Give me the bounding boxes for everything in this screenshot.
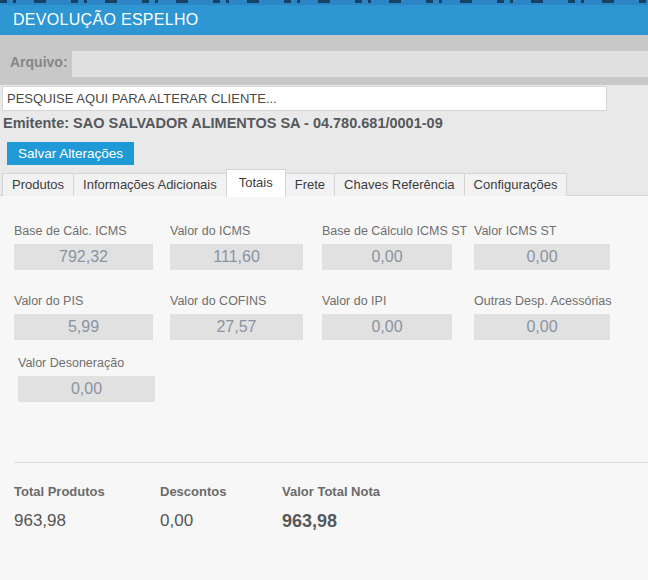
client-search-input[interactable] (2, 86, 607, 111)
file-bar: Arquivo: (0, 35, 648, 85)
emitente-text: Emitente: SAO SALVADOR ALIMENTOS SA - 04… (3, 115, 443, 131)
summary-value[interactable]: 963,98 (282, 507, 389, 535)
tab-informacoes-adicionais[interactable]: Informações Adicionais (73, 173, 227, 196)
field-label: Valor do PIS (14, 294, 153, 308)
summary-valor-total-nota: Valor Total Nota 963,98 (282, 484, 389, 535)
field-label: Base de Cálc. ICMS (14, 224, 153, 238)
tab-produtos[interactable]: Produtos (2, 173, 74, 196)
save-changes-button[interactable]: Salvar Alterações (7, 142, 134, 165)
field-value[interactable]: 0,00 (322, 314, 452, 340)
field-valor-ipi: Valor do IPI 0,00 (322, 294, 452, 340)
field-valor-icms-st: Valor ICMS ST 0,00 (474, 224, 610, 270)
tab-configuracoes[interactable]: Configurações (464, 173, 568, 196)
field-outras-desp-acessorias: Outras Desp. Acessórias 0,00 (474, 294, 610, 340)
tab-frete[interactable]: Frete (285, 173, 335, 196)
field-label: Valor Desoneração (18, 356, 155, 370)
tab-strip: Produtos Informações Adicionais Totais F… (0, 168, 648, 196)
summary-value[interactable]: 0,00 (160, 507, 267, 535)
summary-label: Total Produtos (14, 484, 144, 499)
field-base-calculo-icms-st: Base de Cálculo ICMS ST 0,00 (322, 224, 452, 270)
field-label: Valor ICMS ST (474, 224, 610, 238)
field-base-calc-icms: Base de Cálc. ICMS 792,32 (14, 224, 153, 270)
summary-descontos: Descontos 0,00 (160, 484, 267, 535)
summary-total-produtos: Total Produtos 963,98 (14, 484, 144, 535)
field-value[interactable]: 792,32 (14, 244, 153, 270)
field-valor-icms: Valor do ICMS 111,60 (170, 224, 303, 270)
header-panel: Emitente: SAO SALVADOR ALIMENTOS SA - 04… (0, 85, 648, 196)
field-label: Base de Cálculo ICMS ST (322, 224, 452, 238)
field-value[interactable]: 0,00 (474, 314, 610, 340)
totais-tab-panel: Base de Cálc. ICMS 792,32 Valor do ICMS … (0, 196, 648, 580)
field-label: Valor do ICMS (170, 224, 303, 238)
field-label: Valor do IPI (322, 294, 452, 308)
tab-chaves-referencia[interactable]: Chaves Referência (334, 173, 465, 196)
file-label: Arquivo: (10, 54, 68, 70)
window-titlebar: DEVOLUÇÃO ESPELHO (0, 5, 648, 35)
field-valor-desoneracao: Valor Desoneração 0,00 (18, 356, 155, 402)
page-title: DEVOLUÇÃO ESPELHO (0, 11, 199, 29)
field-valor-pis: Valor do PIS 5,99 (14, 294, 153, 340)
summary-label: Valor Total Nota (282, 484, 389, 499)
summary-value[interactable]: 963,98 (14, 507, 144, 535)
field-label: Valor do COFINS (170, 294, 303, 308)
field-value[interactable]: 5,99 (14, 314, 153, 340)
field-label: Outras Desp. Acessórias (474, 294, 610, 308)
file-input[interactable] (72, 51, 648, 77)
field-value[interactable]: 0,00 (18, 376, 155, 402)
tab-totais[interactable]: Totais (226, 169, 286, 197)
field-valor-cofins: Valor do COFINS 27,57 (170, 294, 303, 340)
field-value[interactable]: 0,00 (322, 244, 452, 270)
summary-label: Descontos (160, 484, 267, 499)
field-value[interactable]: 111,60 (170, 244, 303, 270)
totals-divider (14, 462, 648, 463)
field-value[interactable]: 27,57 (170, 314, 303, 340)
field-value[interactable]: 0,00 (474, 244, 610, 270)
